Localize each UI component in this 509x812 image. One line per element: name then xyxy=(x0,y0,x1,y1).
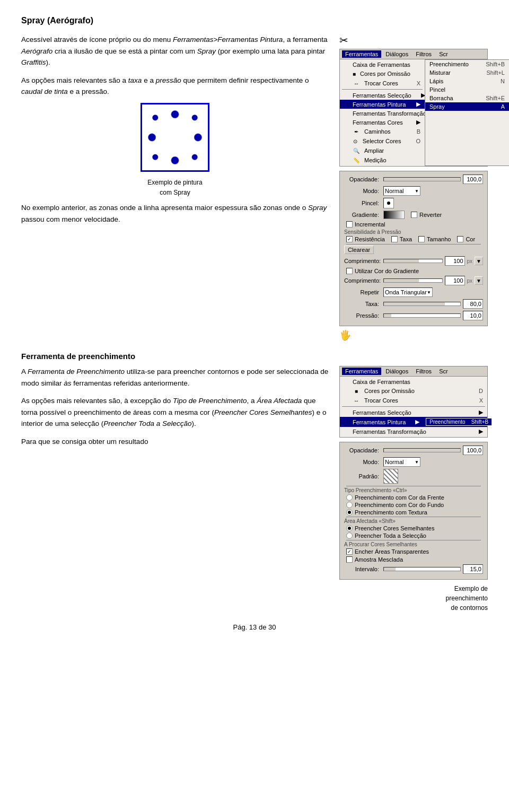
unit-dropdown2[interactable]: ▼ xyxy=(475,276,483,285)
comprimento2-label: Comprimento: xyxy=(344,277,381,284)
menu-item-transformacao[interactable]: Ferramentas Transformação▶ xyxy=(340,109,425,118)
resistencia-checkbox[interactable] xyxy=(346,236,353,242)
fill-para-2: As opções mais relevantes são, à excepçã… xyxy=(21,395,329,430)
spray-para-1: Acessível através de ícone próprio ou do… xyxy=(21,34,329,68)
comprimento2-slider[interactable] xyxy=(383,278,443,283)
fill-menu-dialogos[interactable]: Diálogos xyxy=(382,368,411,375)
fill-radio3-row: Preenchimento com Textura xyxy=(346,509,483,516)
fill-opacity-slider[interactable] xyxy=(383,448,461,452)
taxa-slider[interactable] xyxy=(383,302,461,306)
fill-text-col: A Ferramenta de Preenchimento utiliza-se… xyxy=(21,366,329,613)
comprimento2-value[interactable]: 100 xyxy=(445,276,465,285)
fill-menu-transformacao[interactable]: Ferramentas Transformação▶ xyxy=(340,427,487,436)
fill-menubar: Ferramentas Diálogos Filtros Scr xyxy=(340,366,487,377)
spray-menu-with-sub: Caixa de Ferramentas ■ Cores por Omissão… xyxy=(340,59,487,166)
pressao-slider[interactable] xyxy=(383,313,461,318)
fill-area-radio2-label: Preencher Toda a Selecção xyxy=(355,532,426,539)
fill-mode-value: Normal xyxy=(385,459,403,465)
fill-menu-selecao[interactable]: Ferramentas Selecção▶ xyxy=(340,408,487,417)
fill-mode-dropdown[interactable]: Normal ▼ xyxy=(383,457,420,467)
pincel-box[interactable] xyxy=(383,198,394,208)
caminhos-icon: ✒ xyxy=(353,128,360,135)
fill-area-radio1[interactable] xyxy=(346,525,353,531)
sub-spray[interactable]: SprayA xyxy=(425,102,509,111)
onda-dropdown[interactable]: Onda Triangular ▼ xyxy=(383,287,433,297)
sensibilidade-label: Sensibilidade à Pressão xyxy=(344,229,483,235)
menu-item-caminhos[interactable]: ✒ CaminhosB xyxy=(340,127,425,136)
fill-tool-ref: Ferramenta de Preenchimento xyxy=(28,368,125,376)
sub-preenchimento[interactable]: PreenchimentoShift+B xyxy=(425,60,509,68)
fill-radio1[interactable] xyxy=(346,494,353,501)
unit-dropdown1[interactable]: ▼ xyxy=(475,257,483,265)
menu-item-selecao[interactable]: Ferramentas Selecção▶ xyxy=(340,91,425,100)
menu-item-trocar[interactable]: ↔ Trocar CoresX xyxy=(340,78,425,88)
fill-area-radio2[interactable] xyxy=(346,532,353,539)
menu-item-pintura[interactable]: Ferramentas Pintura▶ xyxy=(340,100,425,109)
fill-intervalo-value[interactable]: 15,0 xyxy=(463,564,483,574)
fill-mode-row: Modo: Normal ▼ xyxy=(344,457,483,467)
comprimento1-label: Comprimento: xyxy=(344,258,381,264)
menu-filtros[interactable]: Filtros xyxy=(413,50,435,58)
fill-intervalo-row: Intervalo: 15,0 xyxy=(344,564,483,574)
fill-menu-scr[interactable]: Scr xyxy=(436,368,451,375)
opacity-slider[interactable] xyxy=(383,177,461,181)
menu-item-medicao[interactable]: 📏 Medição xyxy=(340,155,425,165)
fill-opacity-value[interactable]: 100,0 xyxy=(463,446,483,455)
fill-check2[interactable] xyxy=(346,556,353,563)
mode-dropdown[interactable]: Normal ▼ xyxy=(383,186,420,196)
fill-radio3-label: Preenchimento com Textura xyxy=(355,509,427,516)
incremental-checkbox[interactable] xyxy=(346,221,353,228)
gradient-label: Gradiente: xyxy=(344,212,381,218)
incremental-row: Incremental xyxy=(346,221,483,228)
taxa-row-label: Taxa: xyxy=(344,301,381,307)
menu-item-caixa[interactable]: Caixa de Ferramentas xyxy=(340,60,425,69)
fill-menu-filtros[interactable]: Filtros xyxy=(413,368,435,375)
scissors-icon: ✂ xyxy=(339,34,348,46)
menu-item-selector[interactable]: ⊙ Selector CoresO xyxy=(340,136,425,146)
comprimento1-value[interactable]: 100 xyxy=(445,256,465,266)
fill-radio1-row: Preenchimento com Cor da Frente xyxy=(346,494,483,501)
cor-checkbox[interactable] xyxy=(457,236,463,242)
fill-radio2[interactable] xyxy=(346,502,353,508)
fill-radio3[interactable] xyxy=(346,509,353,516)
fill-menu-cores-omissao[interactable]: ■ Cores por OmissãoD xyxy=(340,386,487,396)
taxa-value[interactable]: 80,0 xyxy=(463,299,483,309)
reverter-checkbox[interactable] xyxy=(411,212,417,218)
px-label1: px xyxy=(467,258,473,264)
fill-main-menu: Caixa de Ferramentas ■ Cores por Omissão… xyxy=(340,377,487,437)
fill-sep-tool2 xyxy=(346,517,481,517)
fill-check1[interactable] xyxy=(346,548,353,555)
sub-lapis[interactable]: LápisN xyxy=(425,77,509,85)
fill-intervalo-slider[interactable] xyxy=(383,567,461,571)
fill-menu-caixa[interactable]: Caixa de Ferramentas xyxy=(340,378,487,386)
comprimento1-slider[interactable] xyxy=(383,259,443,263)
pressao-ref: pressão xyxy=(156,76,181,84)
gradient-preview[interactable] xyxy=(383,211,405,219)
menu-ferramentas[interactable]: Ferramentas xyxy=(342,50,381,58)
mode-row: Modo: Normal ▼ xyxy=(344,186,483,196)
spray-italic: Spray xyxy=(308,204,327,212)
fill-menu-trocar[interactable]: ↔ Trocar CoresX xyxy=(340,396,487,405)
sub-borracha[interactable]: BorrachaShift+E xyxy=(425,94,509,102)
menu-item-cores[interactable]: Ferramentas Cores▶ xyxy=(340,118,425,127)
fill-padrao-label: Padrão: xyxy=(344,473,381,479)
menu-item-cores-omissao[interactable]: ■ Cores por OmissãoD xyxy=(340,69,425,78)
pressao-value[interactable]: 10,0 xyxy=(463,311,483,320)
tamanho-checkbox[interactable] xyxy=(418,236,425,242)
pincel-row: Pincel: xyxy=(344,198,483,208)
menu-item-ampliar[interactable]: 🔍 Ampliar xyxy=(340,146,425,155)
clearear-btn[interactable]: Clearear xyxy=(344,246,374,254)
fill-area-radio1-label: Preencher Cores Semelhantes xyxy=(355,525,434,531)
fill-submenu-inline: Preenchimento Shift+B xyxy=(426,418,492,426)
fill-menu-pintura[interactable]: Ferramentas Pintura▶ Preenchimento Shift… xyxy=(340,417,487,427)
taxa-checkbox[interactable] xyxy=(391,236,398,242)
sub-pincel[interactable]: Pincel xyxy=(425,85,509,94)
opacity-value[interactable]: 100,0 xyxy=(463,174,483,184)
fill-menu-ferramentas[interactable]: Ferramentas xyxy=(342,368,381,375)
fill-pattern-preview[interactable] xyxy=(383,469,398,484)
sep1 xyxy=(342,89,423,90)
utilizar-cor-checkbox[interactable] xyxy=(346,268,353,274)
sub-misturar[interactable]: MisturarShift+L xyxy=(425,68,509,77)
menu-scr[interactable]: Scr xyxy=(436,50,451,58)
menu-dialogos[interactable]: Diálogos xyxy=(382,50,411,58)
